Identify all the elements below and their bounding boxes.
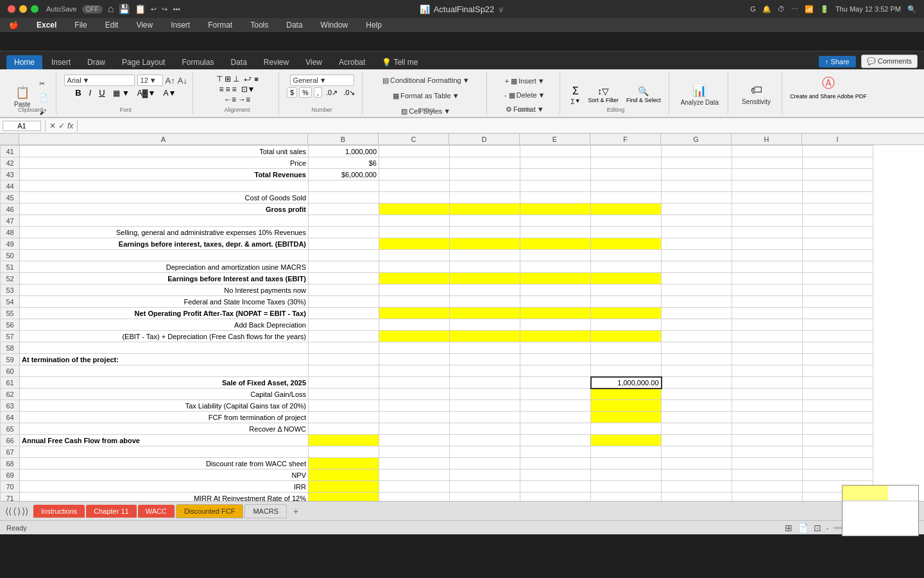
cell-f[interactable] bbox=[591, 319, 662, 331]
cell-i[interactable] bbox=[803, 192, 873, 204]
cell-c[interactable] bbox=[379, 146, 450, 157]
col-header-e[interactable]: E bbox=[520, 134, 590, 144]
cell-i[interactable] bbox=[803, 146, 873, 157]
cell-d[interactable] bbox=[450, 377, 520, 389]
cell-f[interactable] bbox=[591, 481, 662, 493]
cell-e[interactable] bbox=[520, 400, 591, 412]
cell-f[interactable] bbox=[591, 458, 662, 469]
decimal-increase-button[interactable]: .0↗ bbox=[324, 88, 339, 98]
cell-d[interactable] bbox=[450, 458, 520, 469]
number-format-dropdown[interactable]: General ▼ bbox=[290, 74, 354, 86]
cell-g[interactable] bbox=[662, 412, 732, 423]
confirm-formula-icon[interactable]: ✓ bbox=[58, 121, 65, 130]
cell-g[interactable] bbox=[662, 273, 732, 285]
align-left-button[interactable]: ≡ bbox=[219, 85, 223, 94]
cell-h[interactable] bbox=[732, 469, 803, 481]
cell-f[interactable] bbox=[591, 446, 662, 458]
cell-h[interactable] bbox=[732, 238, 803, 250]
align-right-button[interactable]: ≡ bbox=[232, 85, 236, 94]
cell-g[interactable] bbox=[662, 365, 732, 377]
cell-c[interactable] bbox=[379, 469, 450, 481]
cell-h[interactable] bbox=[732, 446, 803, 458]
table-row[interactable]: 50 bbox=[1, 250, 873, 261]
col-header-i[interactable]: I bbox=[802, 134, 873, 144]
cell-b[interactable] bbox=[309, 458, 379, 469]
minimize-button[interactable] bbox=[19, 5, 27, 13]
menu-window[interactable]: Window bbox=[317, 19, 352, 31]
cell-d[interactable] bbox=[450, 238, 520, 250]
align-top-button[interactable]: ⊤ bbox=[216, 74, 223, 83]
table-row[interactable]: 49Earnings before interest, taxes, depr.… bbox=[1, 238, 873, 250]
share-button[interactable]: ↑ Share bbox=[819, 56, 856, 67]
cell-g[interactable] bbox=[662, 354, 732, 365]
align-center-button[interactable]: ≡ bbox=[225, 85, 230, 94]
table-row[interactable]: 59At termination of the project: bbox=[1, 354, 873, 365]
cell-h[interactable] bbox=[732, 377, 803, 389]
cell-f[interactable] bbox=[591, 204, 662, 215]
cell-h[interactable] bbox=[732, 192, 803, 204]
cell-c[interactable] bbox=[379, 435, 450, 446]
cell-i[interactable] bbox=[803, 435, 873, 446]
cell-a[interactable] bbox=[20, 250, 309, 261]
create-share-label[interactable]: Create and Share Adobe PDF bbox=[790, 93, 867, 100]
cell-g[interactable] bbox=[662, 308, 732, 319]
cell-h[interactable] bbox=[732, 354, 803, 365]
menu-insert[interactable]: Insert bbox=[167, 19, 194, 31]
cell-b[interactable] bbox=[309, 389, 379, 400]
cell-h[interactable] bbox=[732, 365, 803, 377]
search-icon[interactable]: 🔍 bbox=[907, 5, 916, 13]
cell-b[interactable] bbox=[309, 354, 379, 365]
cell-h[interactable] bbox=[732, 261, 803, 273]
cell-g[interactable] bbox=[662, 377, 732, 389]
cell-a[interactable]: MIRR At Reinvestment Rate of 12% bbox=[20, 493, 309, 502]
cell-c[interactable] bbox=[379, 389, 450, 400]
cell-g[interactable] bbox=[662, 169, 732, 180]
sheet-tab-wacc[interactable]: WACC bbox=[138, 505, 175, 518]
cell-e[interactable] bbox=[520, 296, 591, 308]
cell-h[interactable] bbox=[732, 400, 803, 412]
cell-d[interactable] bbox=[450, 296, 520, 308]
cell-g[interactable] bbox=[662, 296, 732, 308]
cell-i[interactable] bbox=[803, 227, 873, 238]
cell-i[interactable] bbox=[803, 204, 873, 215]
cell-f[interactable] bbox=[591, 296, 662, 308]
cell-g[interactable] bbox=[662, 400, 732, 412]
cell-c[interactable] bbox=[379, 238, 450, 250]
cell-b[interactable] bbox=[309, 227, 379, 238]
table-row[interactable]: 42Price$6 bbox=[1, 157, 873, 169]
table-row[interactable]: 53No Interest payments now bbox=[1, 285, 873, 296]
table-row[interactable]: 71MIRR At Reinvestment Rate of 12% bbox=[1, 493, 873, 502]
cell-i[interactable] bbox=[803, 412, 873, 423]
sheet-nav-prev[interactable]: ⟨ bbox=[13, 506, 16, 516]
cell-f[interactable] bbox=[591, 285, 662, 296]
cell-b[interactable] bbox=[309, 423, 379, 435]
cell-b[interactable]: $6 bbox=[309, 157, 379, 169]
cell-a[interactable]: No Interest payments now bbox=[20, 285, 309, 296]
cell-a[interactable] bbox=[20, 215, 309, 227]
sheet-tab-discounted[interactable]: Discounted FCF bbox=[176, 504, 243, 518]
indent-increase-button[interactable]: →≡ bbox=[238, 95, 250, 104]
cell-a[interactable] bbox=[20, 180, 309, 192]
col-header-h[interactable]: H bbox=[732, 134, 802, 144]
cell-h[interactable] bbox=[732, 308, 803, 319]
traffic-lights[interactable] bbox=[8, 5, 38, 13]
cell-c[interactable] bbox=[379, 192, 450, 204]
cell-h[interactable] bbox=[732, 146, 803, 157]
cell-a[interactable]: IRR bbox=[20, 481, 309, 493]
cell-b[interactable] bbox=[309, 204, 379, 215]
cell-e[interactable] bbox=[520, 285, 591, 296]
cell-i[interactable] bbox=[803, 354, 873, 365]
cell-e[interactable] bbox=[520, 342, 591, 354]
cell-c[interactable] bbox=[379, 400, 450, 412]
normal-view-button[interactable]: ⊞ bbox=[785, 523, 792, 533]
table-row[interactable]: 51Depreciation and amortization usine MA… bbox=[1, 261, 873, 273]
cell-g[interactable] bbox=[662, 261, 732, 273]
cell-a[interactable]: Discount rate from WACC sheet bbox=[20, 458, 309, 469]
sheet-nav-arrows[interactable]: ⟨⟨ ⟨ ⟩ ⟩⟩ bbox=[5, 506, 28, 516]
cell-d[interactable] bbox=[450, 250, 520, 261]
comments-button[interactable]: 💬 Comments bbox=[861, 55, 918, 68]
cell-d[interactable] bbox=[450, 342, 520, 354]
cell-h[interactable] bbox=[732, 435, 803, 446]
undo-icon[interactable]: ↩ bbox=[151, 5, 157, 13]
cell-e[interactable] bbox=[520, 423, 591, 435]
